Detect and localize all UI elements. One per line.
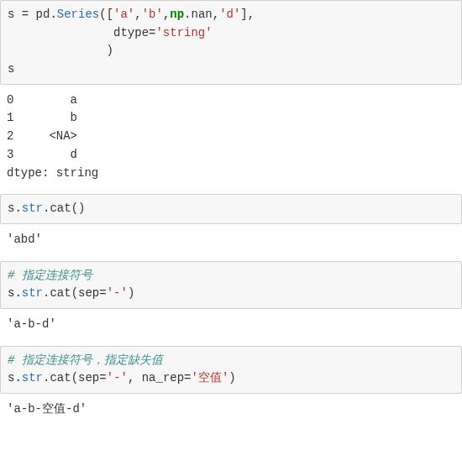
code-token: ) <box>228 371 235 384</box>
code-comment: # 指定连接符号 <box>8 269 92 282</box>
code-token: ], <box>240 8 255 21</box>
code-token: s. <box>8 371 22 384</box>
code-input-2[interactable]: s.str.cat() <box>0 194 462 224</box>
code-token: dtype= <box>8 26 155 39</box>
code-token: s. <box>8 286 22 300</box>
code-token: .cat() <box>43 201 85 215</box>
code-token: 'a' <box>113 8 134 21</box>
code-token: 'd' <box>219 8 240 21</box>
code-token: Series <box>57 8 99 21</box>
code-token: ([ <box>99 8 113 21</box>
code-token: s = pd. <box>8 8 57 21</box>
code-output-1: 0 a 1 b 2 <NA> 3 d dtype: string <box>0 85 462 191</box>
code-output-2: 'abd' <box>0 224 462 258</box>
notebook-cell-2: s.str.cat() 'abd' <box>0 194 462 257</box>
code-token: .cat(sep= <box>43 371 107 384</box>
code-token: s <box>8 62 14 76</box>
code-token: '-' <box>107 286 128 300</box>
code-token: s. <box>8 201 22 215</box>
code-token: np <box>170 8 184 21</box>
code-token: '空值' <box>192 371 229 384</box>
code-output-4: 'a-b-空值-d' <box>0 394 462 427</box>
code-token: str <box>22 371 43 384</box>
code-token: '-' <box>107 371 128 384</box>
code-comment: # 指定连接符号，指定缺失值 <box>8 353 163 367</box>
code-token: ) <box>8 44 113 57</box>
code-token: 'string' <box>155 26 212 39</box>
code-token: .cat(sep= <box>43 286 107 300</box>
code-token: str <box>22 201 43 215</box>
code-token: , <box>134 8 141 21</box>
code-input-1[interactable]: s = pd.Series(['a','b',np.nan,'d'], dtyp… <box>0 0 462 85</box>
notebook-cell-1: s = pd.Series(['a','b',np.nan,'d'], dtyp… <box>0 0 462 191</box>
code-token: str <box>22 286 43 300</box>
code-token: 'b' <box>142 8 163 21</box>
code-input-4[interactable]: # 指定连接符号，指定缺失值 s.str.cat(sep='-', na_rep… <box>0 346 462 394</box>
code-input-3[interactable]: # 指定连接符号 s.str.cat(sep='-') <box>0 261 462 309</box>
code-token: ) <box>128 286 134 300</box>
code-output-3: 'a-b-d' <box>0 309 462 343</box>
code-token: .nan, <box>184 8 219 21</box>
notebook-cell-4: # 指定连接符号，指定缺失值 s.str.cat(sep='-', na_rep… <box>0 346 462 427</box>
notebook-cell-3: # 指定连接符号 s.str.cat(sep='-') 'a-b-d' <box>0 261 462 343</box>
code-token: , na_rep= <box>128 371 192 384</box>
